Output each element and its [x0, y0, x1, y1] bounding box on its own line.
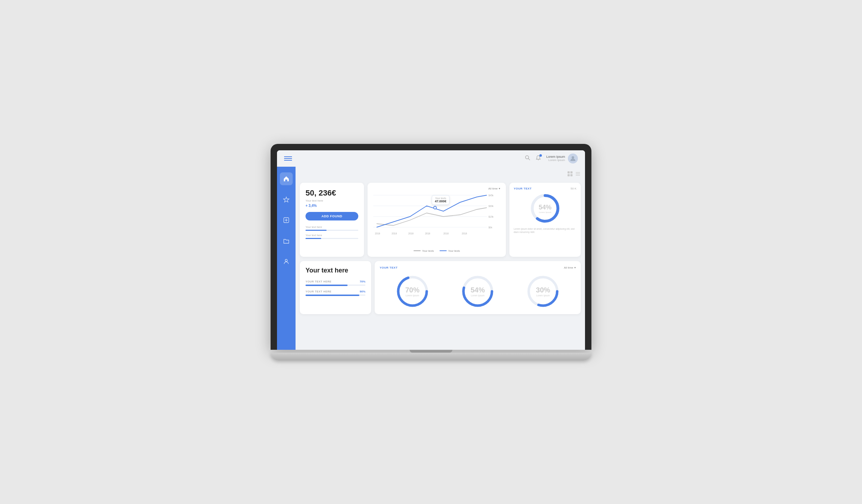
legend-label-blue: Your texts: [448, 249, 460, 253]
circle-donut-2: 54% Lorem Ipsum: [460, 274, 496, 309]
circle-item-2: 54% Lorem Ipsum: [460, 274, 496, 309]
svg-rect-8: [568, 171, 570, 173]
circle-sublabel-2: Lorem Ipsum: [471, 294, 485, 297]
donut-percent-top: 54%: [539, 203, 551, 211]
donut-wrapper-top: 54% Lorem Ipsum: [529, 192, 561, 224]
svg-text:2018: 2018: [443, 232, 449, 234]
legend-item-gray: Your texts: [414, 249, 434, 253]
stats-card: 50, 236€ Your text here + 3,4% ADD FOUND…: [300, 183, 364, 257]
progress-bar-bg-2: [306, 238, 358, 239]
chart-legend: Your texts Your texts: [373, 249, 500, 253]
svg-text:2018: 2018: [408, 232, 414, 234]
sidebar-item-add[interactable]: [280, 214, 293, 227]
circle-sublabel-1: Lorem Ipsum: [405, 294, 420, 297]
menu-icon[interactable]: [284, 156, 292, 161]
donut-container-top: 54% Lorem Ipsum: [514, 192, 576, 224]
sidebar-item-folder[interactable]: [280, 234, 293, 247]
svg-text:2018: 2018: [392, 232, 397, 234]
sidebar-item-favorites[interactable]: [280, 193, 293, 206]
progress-item-label-1: YOUR TEXT HERE: [306, 280, 332, 283]
circle-percent-1: 70%: [405, 286, 420, 294]
sidebar-item-user[interactable]: [280, 255, 293, 268]
circle-donut-1: 70% Lorem Ipsum: [395, 274, 430, 309]
svg-line-1: [528, 159, 530, 160]
circle-percent-2: 54%: [471, 286, 485, 294]
legend-line-gray: [414, 250, 421, 251]
grid-view-button[interactable]: [567, 171, 573, 178]
chart-area: $45k $30k $15k $0k 2018 2018 2018 2018: [373, 192, 500, 249]
text-card: Your text here YOUR TEXT HERE 70%: [300, 261, 371, 314]
circles-filter[interactable]: All time ▾: [564, 266, 576, 269]
header-left: [284, 156, 292, 161]
view-toggle: [300, 171, 581, 178]
chart-filter[interactable]: All time ▾: [488, 187, 500, 190]
svg-text:$0k: $0k: [488, 226, 492, 228]
avatar: [568, 154, 578, 163]
svg-point-3: [572, 156, 574, 159]
stats-change: + 3,4%: [306, 204, 358, 208]
content: 50, 236€ Your text here + 3,4% ADD FOUND…: [296, 167, 585, 350]
progress-item-label-2: YOUR TEXT HERE: [306, 290, 332, 293]
notification-icon[interactable]: [535, 155, 541, 162]
user-sub: Lorem Ipsum: [546, 159, 565, 162]
search-icon[interactable]: [525, 155, 530, 162]
progress-section-2: Your text here: [306, 234, 358, 239]
circle-percent-3: 30%: [536, 286, 550, 294]
progress-bar-bg-bottom-2: [306, 295, 365, 296]
circle-center-2: 54% Lorem Ipsum: [471, 286, 485, 297]
svg-text:$15k: $15k: [488, 215, 494, 218]
svg-text:2018: 2018: [425, 232, 430, 234]
header-right: Lorem Ipsum Lorem Ipsum: [525, 154, 578, 163]
laptop-base: [271, 353, 591, 360]
user-text: Lorem Ipsum Lorem Ipsum: [546, 155, 565, 162]
progress-item-header-1: YOUR TEXT HERE 70%: [306, 280, 365, 283]
progress-item-1: YOUR TEXT HERE 70%: [306, 280, 365, 286]
circle-center-3: 30% Lorem Ipsum: [536, 286, 550, 297]
svg-text:$45k: $45k: [488, 194, 494, 196]
legend-item-blue: Your texts: [440, 249, 460, 253]
progress-bar-bg-1: [306, 230, 358, 231]
chart-card: All time ▾: [368, 183, 506, 257]
progress-bar-fill-bottom-2: [306, 295, 359, 296]
svg-point-7: [285, 259, 287, 261]
donut-sublabel-top: Lorem Ipsum: [539, 211, 551, 213]
svg-point-2: [538, 160, 539, 160]
circle-item-3: 30% Lorem Ipsum: [525, 274, 561, 309]
bottom-row: Your text here YOUR TEXT HERE 70%: [300, 261, 581, 314]
main-area: 50, 236€ Your text here + 3,4% ADD FOUND…: [277, 167, 585, 350]
list-view-button[interactable]: [575, 171, 581, 178]
svg-rect-10: [568, 174, 570, 176]
donut-title-top: YOUR TEXT: [514, 187, 532, 190]
svg-rect-9: [570, 171, 573, 173]
progress-bar-fill-bottom-1: [306, 285, 348, 286]
sidebar-item-home[interactable]: [280, 172, 293, 185]
notification-dot: [539, 154, 542, 157]
donut-description-top: Lorem ipsum dolor sit amet, consectetur …: [514, 227, 576, 234]
progress-label-2: Your text here: [306, 234, 358, 237]
circles-row: 70% Lorem Ipsum: [380, 274, 576, 309]
svg-text:2018: 2018: [375, 232, 380, 234]
text-card-title: Your text here: [306, 267, 365, 274]
laptop-wrapper: Lorem Ipsum Lorem Ipsum: [271, 144, 591, 360]
progress-item-value-1: 70%: [360, 280, 365, 283]
donut-card-top: YOUR TEXT 50 K: [509, 183, 581, 257]
sidebar: [277, 167, 296, 350]
donut-center-text-top: 54% Lorem Ipsum: [539, 203, 551, 213]
circles-card: YOUR TEXT All time ▾: [375, 261, 581, 314]
progress-section-1: Your text here: [306, 225, 358, 231]
progress-item-value-2: 90%: [360, 290, 365, 293]
laptop-notch: [410, 350, 452, 353]
top-row: 50, 236€ Your text here + 3,4% ADD FOUND…: [300, 183, 581, 257]
legend-label-gray: Your texts: [422, 249, 434, 253]
svg-text:$30k: $30k: [488, 204, 494, 207]
add-found-button[interactable]: ADD FOUND: [306, 212, 358, 220]
svg-rect-11: [570, 174, 573, 176]
app: Lorem Ipsum Lorem Ipsum: [277, 150, 585, 350]
progress-bar-fill-2: [306, 238, 321, 239]
progress-label-1: Your text here: [306, 225, 358, 229]
circle-donut-3: 30% Lorem Ipsum: [525, 274, 561, 309]
header: Lorem Ipsum Lorem Ipsum: [277, 150, 585, 167]
circle-sublabel-3: Lorem Ipsum: [536, 294, 550, 297]
laptop-screen-border: Lorem Ipsum Lorem Ipsum: [271, 144, 591, 350]
progress-item-2: YOUR TEXT HERE 90%: [306, 290, 365, 296]
